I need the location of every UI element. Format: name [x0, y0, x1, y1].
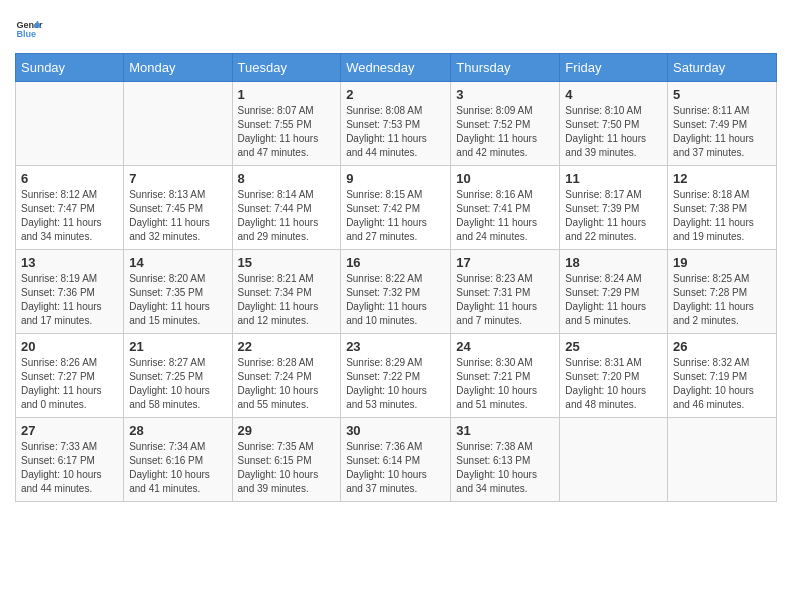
day-info: Sunrise: 7:36 AM Sunset: 6:14 PM Dayligh…	[346, 440, 445, 496]
day-info: Sunrise: 7:34 AM Sunset: 6:16 PM Dayligh…	[129, 440, 226, 496]
logo: General Blue	[15, 15, 43, 43]
calendar-cell	[16, 82, 124, 166]
day-number: 13	[21, 255, 118, 270]
calendar-cell: 23Sunrise: 8:29 AM Sunset: 7:22 PM Dayli…	[341, 334, 451, 418]
day-info: Sunrise: 8:32 AM Sunset: 7:19 PM Dayligh…	[673, 356, 771, 412]
day-number: 31	[456, 423, 554, 438]
calendar-cell: 25Sunrise: 8:31 AM Sunset: 7:20 PM Dayli…	[560, 334, 668, 418]
calendar-week-1: 1Sunrise: 8:07 AM Sunset: 7:55 PM Daylig…	[16, 82, 777, 166]
calendar-cell: 31Sunrise: 7:38 AM Sunset: 6:13 PM Dayli…	[451, 418, 560, 502]
calendar-cell: 28Sunrise: 7:34 AM Sunset: 6:16 PM Dayli…	[124, 418, 232, 502]
day-info: Sunrise: 8:28 AM Sunset: 7:24 PM Dayligh…	[238, 356, 336, 412]
day-info: Sunrise: 8:18 AM Sunset: 7:38 PM Dayligh…	[673, 188, 771, 244]
calendar-week-2: 6Sunrise: 8:12 AM Sunset: 7:47 PM Daylig…	[16, 166, 777, 250]
day-number: 29	[238, 423, 336, 438]
day-number: 6	[21, 171, 118, 186]
day-info: Sunrise: 8:31 AM Sunset: 7:20 PM Dayligh…	[565, 356, 662, 412]
header-saturday: Saturday	[668, 54, 777, 82]
calendar-cell: 17Sunrise: 8:23 AM Sunset: 7:31 PM Dayli…	[451, 250, 560, 334]
day-number: 26	[673, 339, 771, 354]
calendar-cell: 19Sunrise: 8:25 AM Sunset: 7:28 PM Dayli…	[668, 250, 777, 334]
calendar-week-5: 27Sunrise: 7:33 AM Sunset: 6:17 PM Dayli…	[16, 418, 777, 502]
day-number: 9	[346, 171, 445, 186]
day-number: 28	[129, 423, 226, 438]
calendar-cell: 13Sunrise: 8:19 AM Sunset: 7:36 PM Dayli…	[16, 250, 124, 334]
day-number: 22	[238, 339, 336, 354]
day-number: 21	[129, 339, 226, 354]
day-number: 16	[346, 255, 445, 270]
calendar-cell: 11Sunrise: 8:17 AM Sunset: 7:39 PM Dayli…	[560, 166, 668, 250]
calendar-cell: 30Sunrise: 7:36 AM Sunset: 6:14 PM Dayli…	[341, 418, 451, 502]
calendar-cell: 3Sunrise: 8:09 AM Sunset: 7:52 PM Daylig…	[451, 82, 560, 166]
day-info: Sunrise: 8:09 AM Sunset: 7:52 PM Dayligh…	[456, 104, 554, 160]
day-info: Sunrise: 7:35 AM Sunset: 6:15 PM Dayligh…	[238, 440, 336, 496]
header-monday: Monday	[124, 54, 232, 82]
calendar-cell	[124, 82, 232, 166]
day-number: 7	[129, 171, 226, 186]
calendar-cell: 6Sunrise: 8:12 AM Sunset: 7:47 PM Daylig…	[16, 166, 124, 250]
calendar-cell	[668, 418, 777, 502]
day-info: Sunrise: 8:07 AM Sunset: 7:55 PM Dayligh…	[238, 104, 336, 160]
calendar-week-3: 13Sunrise: 8:19 AM Sunset: 7:36 PM Dayli…	[16, 250, 777, 334]
calendar-cell: 1Sunrise: 8:07 AM Sunset: 7:55 PM Daylig…	[232, 82, 341, 166]
day-number: 12	[673, 171, 771, 186]
calendar-cell: 22Sunrise: 8:28 AM Sunset: 7:24 PM Dayli…	[232, 334, 341, 418]
day-number: 20	[21, 339, 118, 354]
calendar-cell: 4Sunrise: 8:10 AM Sunset: 7:50 PM Daylig…	[560, 82, 668, 166]
day-info: Sunrise: 8:15 AM Sunset: 7:42 PM Dayligh…	[346, 188, 445, 244]
calendar-cell: 24Sunrise: 8:30 AM Sunset: 7:21 PM Dayli…	[451, 334, 560, 418]
calendar-cell: 16Sunrise: 8:22 AM Sunset: 7:32 PM Dayli…	[341, 250, 451, 334]
day-info: Sunrise: 8:20 AM Sunset: 7:35 PM Dayligh…	[129, 272, 226, 328]
page-header: General Blue	[15, 15, 777, 43]
day-number: 18	[565, 255, 662, 270]
day-info: Sunrise: 8:22 AM Sunset: 7:32 PM Dayligh…	[346, 272, 445, 328]
day-info: Sunrise: 8:24 AM Sunset: 7:29 PM Dayligh…	[565, 272, 662, 328]
header-friday: Friday	[560, 54, 668, 82]
calendar-cell: 7Sunrise: 8:13 AM Sunset: 7:45 PM Daylig…	[124, 166, 232, 250]
day-info: Sunrise: 8:10 AM Sunset: 7:50 PM Dayligh…	[565, 104, 662, 160]
day-number: 23	[346, 339, 445, 354]
day-number: 4	[565, 87, 662, 102]
svg-text:Blue: Blue	[16, 29, 36, 39]
calendar-cell: 15Sunrise: 8:21 AM Sunset: 7:34 PM Dayli…	[232, 250, 341, 334]
day-info: Sunrise: 8:11 AM Sunset: 7:49 PM Dayligh…	[673, 104, 771, 160]
day-info: Sunrise: 8:08 AM Sunset: 7:53 PM Dayligh…	[346, 104, 445, 160]
logo-icon: General Blue	[15, 15, 43, 43]
day-number: 8	[238, 171, 336, 186]
day-number: 2	[346, 87, 445, 102]
day-number: 1	[238, 87, 336, 102]
day-number: 19	[673, 255, 771, 270]
day-number: 24	[456, 339, 554, 354]
day-number: 10	[456, 171, 554, 186]
day-number: 17	[456, 255, 554, 270]
calendar-header-row: SundayMondayTuesdayWednesdayThursdayFrid…	[16, 54, 777, 82]
day-number: 11	[565, 171, 662, 186]
day-info: Sunrise: 7:38 AM Sunset: 6:13 PM Dayligh…	[456, 440, 554, 496]
calendar-cell: 18Sunrise: 8:24 AM Sunset: 7:29 PM Dayli…	[560, 250, 668, 334]
day-number: 3	[456, 87, 554, 102]
calendar-cell: 9Sunrise: 8:15 AM Sunset: 7:42 PM Daylig…	[341, 166, 451, 250]
day-info: Sunrise: 8:25 AM Sunset: 7:28 PM Dayligh…	[673, 272, 771, 328]
day-info: Sunrise: 8:14 AM Sunset: 7:44 PM Dayligh…	[238, 188, 336, 244]
calendar-cell: 20Sunrise: 8:26 AM Sunset: 7:27 PM Dayli…	[16, 334, 124, 418]
calendar-cell: 26Sunrise: 8:32 AM Sunset: 7:19 PM Dayli…	[668, 334, 777, 418]
day-number: 5	[673, 87, 771, 102]
header-sunday: Sunday	[16, 54, 124, 82]
calendar-cell: 27Sunrise: 7:33 AM Sunset: 6:17 PM Dayli…	[16, 418, 124, 502]
day-info: Sunrise: 7:33 AM Sunset: 6:17 PM Dayligh…	[21, 440, 118, 496]
calendar-cell: 14Sunrise: 8:20 AM Sunset: 7:35 PM Dayli…	[124, 250, 232, 334]
day-info: Sunrise: 8:13 AM Sunset: 7:45 PM Dayligh…	[129, 188, 226, 244]
day-number: 30	[346, 423, 445, 438]
calendar-cell	[560, 418, 668, 502]
calendar-cell: 29Sunrise: 7:35 AM Sunset: 6:15 PM Dayli…	[232, 418, 341, 502]
calendar-cell: 12Sunrise: 8:18 AM Sunset: 7:38 PM Dayli…	[668, 166, 777, 250]
day-number: 25	[565, 339, 662, 354]
day-info: Sunrise: 8:23 AM Sunset: 7:31 PM Dayligh…	[456, 272, 554, 328]
calendar-cell: 10Sunrise: 8:16 AM Sunset: 7:41 PM Dayli…	[451, 166, 560, 250]
day-info: Sunrise: 8:30 AM Sunset: 7:21 PM Dayligh…	[456, 356, 554, 412]
calendar-week-4: 20Sunrise: 8:26 AM Sunset: 7:27 PM Dayli…	[16, 334, 777, 418]
day-number: 14	[129, 255, 226, 270]
calendar-table: SundayMondayTuesdayWednesdayThursdayFrid…	[15, 53, 777, 502]
day-info: Sunrise: 8:29 AM Sunset: 7:22 PM Dayligh…	[346, 356, 445, 412]
day-info: Sunrise: 8:12 AM Sunset: 7:47 PM Dayligh…	[21, 188, 118, 244]
